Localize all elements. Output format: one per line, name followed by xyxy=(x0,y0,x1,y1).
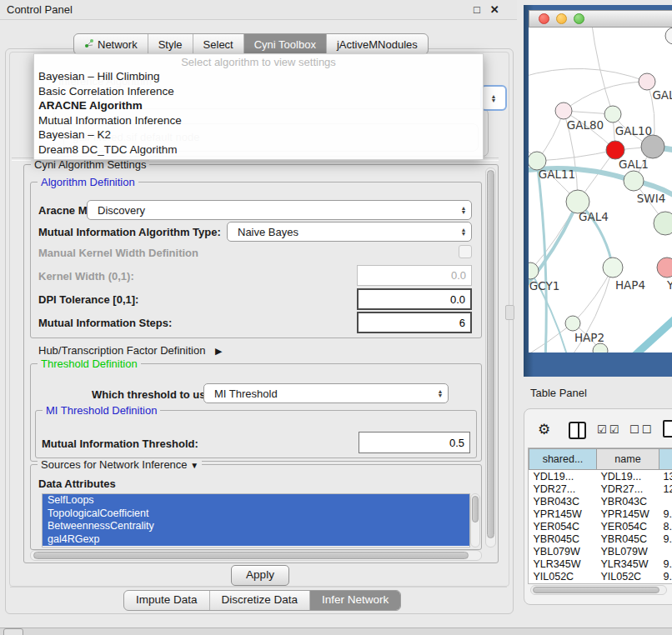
control-panel-titlebar: Control Panel □ ✕ xyxy=(0,0,517,20)
close-panel-icon[interactable]: ✕ xyxy=(490,0,499,20)
node-n-gray[interactable] xyxy=(641,135,664,158)
manual-kernel-width-label: Manual Kernel Width Definition xyxy=(38,247,198,259)
algorithm-option-basic-correlation-inference[interactable]: Basic Correlation Inference xyxy=(34,84,483,99)
collapse-down-icon: ▼ xyxy=(190,461,198,470)
tab-select[interactable]: Select xyxy=(193,34,244,54)
settings-vscrollbar-thumb[interactable] xyxy=(487,170,494,538)
cyni-algorithm-settings-title: Cyni Algorithm Settings xyxy=(31,158,149,171)
algorithm-dropdown-placeholder: Select algorithm to view settings xyxy=(34,54,483,69)
network-canvas[interactable]: GALGAL80GAL10GAL1GAL11SWI4GAL4GCY1HAP4YH… xyxy=(529,28,672,352)
tab-impute-data[interactable]: Impute Data xyxy=(124,591,210,610)
apply-button[interactable]: Apply xyxy=(231,565,289,586)
table-row[interactable]: YBR043CYBR043C xyxy=(529,495,672,508)
panel-splitter[interactable] xyxy=(505,305,514,320)
edge-offbr1-offbr2 xyxy=(627,312,672,352)
settings-hscrollbar-thumb[interactable] xyxy=(33,552,469,559)
node-hap4[interactable] xyxy=(603,258,623,278)
column-header-name[interactable]: name xyxy=(597,449,659,470)
node-label-gcy1: GCY1 xyxy=(529,279,560,292)
attribute-selfloops[interactable]: SelfLoops xyxy=(43,494,469,508)
cyni-bottom-tabs: Impute DataDiscretize DataInfer Network xyxy=(123,590,401,611)
algorithm-option-aracne-algorithm[interactable]: ARACNE Algorithm xyxy=(34,98,483,113)
network-icon xyxy=(84,35,94,54)
tab-network[interactable]: Network xyxy=(74,34,148,54)
node-gal80[interactable] xyxy=(555,102,572,119)
attribute-topologicalcoefficient[interactable]: TopologicalCoefficient xyxy=(43,508,469,521)
manual-kernel-width-checkbox[interactable] xyxy=(459,245,472,258)
attributes-vscrollbar-thumb[interactable] xyxy=(472,496,479,522)
algorithm-option-dream8-dc-tdc-algorithm[interactable]: Dream8 DC_TDC Algorithm xyxy=(34,142,483,158)
node-label-gal10: GAL10 xyxy=(615,124,652,138)
table-row[interactable]: YBL079WYBL079W xyxy=(529,545,672,558)
zoom-window-icon[interactable] xyxy=(574,13,584,24)
minimize-window-icon[interactable] xyxy=(556,13,567,24)
algorithm-option-bayesian-k2[interactable]: Bayesian – K2 xyxy=(34,128,483,142)
node-swi4[interactable] xyxy=(624,171,644,191)
table-row[interactable]: YBR045CYBR045C9. xyxy=(529,532,672,545)
algorithm-option-mutual-information-inference[interactable]: Mutual Information Inference xyxy=(34,113,483,128)
table-row[interactable]: YDR27...YDR27...12 xyxy=(529,482,672,495)
algorithm-definition-title: Algorithm Definition xyxy=(38,176,138,188)
node-n-bottom[interactable] xyxy=(593,343,608,352)
edge-gal10-offt xyxy=(591,28,613,114)
algorithm-option-bayesian-hill-climbing[interactable]: Bayesian – Hill Climbing xyxy=(34,69,483,84)
collapsed-panel-button[interactable] xyxy=(3,628,23,635)
column-header-2[interactable] xyxy=(659,449,672,470)
mi-threshold-field[interactable] xyxy=(359,432,470,453)
node-gal2[interactable] xyxy=(639,73,655,90)
kernel-width-field[interactable] xyxy=(357,265,472,286)
deselect-all-checkboxes-icon[interactable]: ☐☐ xyxy=(629,423,654,436)
close-window-icon[interactable] xyxy=(539,13,549,24)
table-row[interactable]: YLR345WYLR345W9. xyxy=(529,558,672,570)
edge-hap2-offbl2 xyxy=(529,323,573,352)
node-label-gal80: GAL80 xyxy=(567,118,604,132)
table-hscrollbar[interactable] xyxy=(530,585,667,595)
table-row[interactable]: YPR145WYPR145W9. xyxy=(529,508,672,520)
node-label-hap2: HAP2 xyxy=(574,331,604,344)
table-row[interactable]: YER054CYER054C8. xyxy=(529,520,672,532)
threshold-definition-title: Threshold Definition xyxy=(38,358,141,370)
tab-discretize-data[interactable]: Discretize Data xyxy=(210,591,311,610)
tab-infer-network[interactable]: Infer Network xyxy=(310,591,400,610)
node-label-hap4: HAP4 xyxy=(615,278,645,292)
hub-definition-toggle[interactable]: Hub/Transcription Factor Definition ▶ xyxy=(38,344,222,357)
node-gal1[interactable] xyxy=(606,141,624,159)
node-hap2[interactable] xyxy=(565,316,580,331)
which-threshold-combobox[interactable]: MI Threshold ▲▼ xyxy=(203,383,449,403)
node-table[interactable]: shared...nameYDL19...YDL19...13YDR27...Y… xyxy=(528,448,672,584)
select-all-checkboxes-icon[interactable]: ☑☑ xyxy=(597,423,621,436)
float-panel-icon[interactable]: □ xyxy=(474,0,480,20)
attributes-vscrollbar[interactable] xyxy=(470,493,480,548)
control-panel-tabs: NetworkStyleSelectCyni ToolboxjActiveMNo… xyxy=(73,33,429,55)
node-gal10[interactable] xyxy=(604,106,621,122)
focused-combobox-fragment[interactable]: ▲▼ xyxy=(480,85,507,111)
attribute-betweennesscentrality[interactable]: BetweennessCentrality xyxy=(43,520,469,533)
tab-jactivemnodules[interactable]: jActiveMNodules xyxy=(327,34,428,54)
table-row[interactable]: YDL19...YDL19...13 xyxy=(529,470,672,483)
mi-algorithm-type-label: Mutual Information Algorithm Type: xyxy=(38,226,221,238)
settings-hscrollbar[interactable] xyxy=(30,550,482,561)
table-row[interactable]: YIL052CYIL052C9. xyxy=(529,570,672,582)
node-n-green-right[interactable] xyxy=(654,212,672,235)
mi-steps-field[interactable] xyxy=(357,312,472,333)
aracne-mode-combobox[interactable]: Discovery ▲▼ xyxy=(87,200,472,220)
new-table-icon[interactable] xyxy=(663,420,672,438)
mi-algorithm-type-combobox[interactable]: Naive Bayes ▲▼ xyxy=(227,222,472,242)
gear-icon[interactable]: ⚙ xyxy=(538,421,550,438)
network-window-titlebar[interactable] xyxy=(529,10,672,28)
tab-cyni-toolbox[interactable]: Cyni Toolbox xyxy=(244,34,327,54)
dpi-tolerance-field[interactable] xyxy=(357,288,472,310)
sources-title[interactable]: Sources for Network Inference ▼ xyxy=(38,458,202,471)
split-columns-icon[interactable] xyxy=(569,422,586,439)
attribute-gal4rgexp[interactable]: gal4RGexp xyxy=(43,533,469,547)
table-hscrollbar-thumb[interactable] xyxy=(533,587,659,593)
column-header-shared[interactable]: shared... xyxy=(529,449,597,470)
data-attributes-list[interactable]: SelfLoopsTopologicalCoefficientBetweenne… xyxy=(42,493,470,548)
settings-vscrollbar[interactable] xyxy=(485,168,496,548)
tab-style[interactable]: Style xyxy=(148,34,193,54)
node-n-salmon[interactable] xyxy=(657,258,672,278)
expand-right-icon: ▶ xyxy=(215,346,222,356)
node-n-top-right[interactable] xyxy=(665,28,672,44)
node-gcy1[interactable] xyxy=(529,262,539,279)
table-panel-title: Table Panel xyxy=(530,387,587,399)
